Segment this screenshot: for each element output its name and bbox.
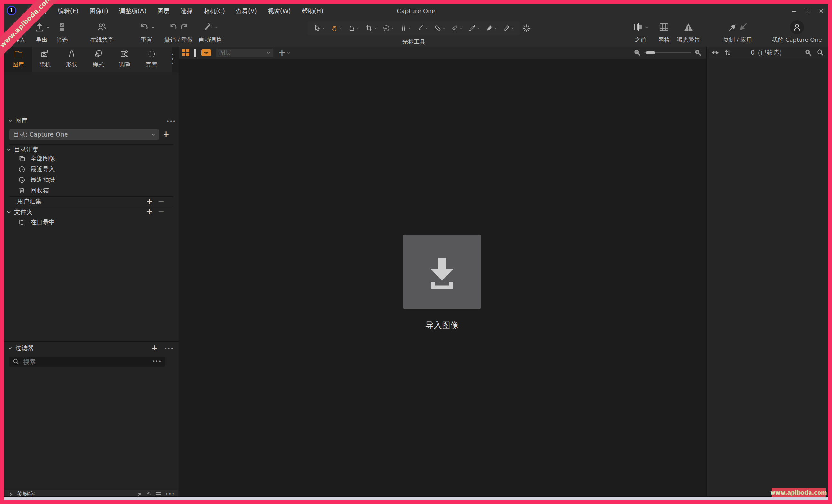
heal-tool[interactable] bbox=[434, 24, 445, 32]
menu-item-edit[interactable]: 编辑(E) bbox=[52, 4, 84, 18]
trash-icon bbox=[18, 186, 26, 195]
thumbnail-size-slider[interactable] bbox=[644, 52, 691, 53]
search-icon[interactable] bbox=[12, 358, 20, 365]
tab-shape[interactable]: 形状 bbox=[59, 49, 84, 69]
viewer-mode-icon[interactable] bbox=[194, 50, 196, 56]
catalog-collections-header[interactable]: 目录汇集 bbox=[7, 144, 38, 155]
remove-folder-button[interactable]: − bbox=[158, 209, 164, 215]
account-person-icon bbox=[790, 20, 804, 34]
exposure-warning-button[interactable]: 曝光警告 bbox=[666, 20, 711, 46]
draw-mask-tool[interactable] bbox=[485, 24, 497, 32]
add-filter-button[interactable]: + bbox=[151, 345, 158, 351]
loupe-tool[interactable] bbox=[348, 24, 359, 32]
hand-icon bbox=[331, 24, 339, 32]
menu-item-view[interactable]: 查看(V) bbox=[230, 4, 262, 18]
library-more-icon[interactable]: ••• bbox=[166, 119, 176, 125]
zoom-out-icon[interactable] bbox=[633, 49, 641, 56]
menu-item-adjustments[interactable]: 调整项(A) bbox=[114, 4, 152, 18]
layers-select[interactable]: 图层 bbox=[216, 49, 274, 57]
remove-user-collection-button[interactable]: − bbox=[158, 198, 164, 205]
eye-icon[interactable] bbox=[711, 50, 719, 56]
stacked-images-icon bbox=[18, 155, 26, 163]
proof-view-icon[interactable] bbox=[201, 50, 211, 56]
annotate-tool[interactable] bbox=[502, 24, 514, 32]
menu-item-camera[interactable]: 相机(C) bbox=[198, 4, 230, 18]
rotate-tool[interactable] bbox=[382, 24, 393, 32]
erase-tool[interactable] bbox=[451, 24, 462, 32]
speed-edit-tool[interactable] bbox=[522, 24, 531, 33]
filters-more-icon[interactable]: ••• bbox=[164, 346, 174, 352]
close-icon[interactable] bbox=[819, 9, 824, 13]
my-capture-one-button[interactable]: 我的 Capture One bbox=[768, 20, 826, 46]
add-layer-button[interactable]: + bbox=[279, 50, 290, 56]
shape-lines-icon bbox=[67, 49, 76, 59]
menu-item-layer[interactable]: 图层 bbox=[152, 4, 175, 18]
library-section-header[interactable]: 图库 bbox=[8, 116, 28, 125]
zoom-in-icon[interactable] bbox=[804, 49, 812, 56]
collection-recent-imports[interactable]: 最近导入 bbox=[18, 164, 55, 174]
folder-in-catalog[interactable]: 在目录中 bbox=[18, 217, 55, 227]
menu-item-window[interactable]: 视窗(W) bbox=[262, 4, 296, 18]
keystone-tool[interactable] bbox=[399, 24, 411, 32]
chevron-down-icon bbox=[340, 27, 342, 29]
chevron-down-icon bbox=[267, 51, 270, 54]
bottom-scrollbar[interactable] bbox=[4, 496, 828, 501]
tab-library[interactable]: 图库 bbox=[5, 49, 31, 69]
add-folder-button[interactable]: + bbox=[146, 209, 153, 215]
minimize-icon[interactable] bbox=[792, 9, 797, 13]
sort-icon[interactable] bbox=[724, 49, 731, 56]
menu-item-image[interactable]: 图像(I) bbox=[84, 4, 114, 18]
share-button[interactable]: 在线共享 bbox=[78, 20, 126, 46]
menu-item-select[interactable]: 选择 bbox=[175, 4, 198, 18]
select-tool[interactable] bbox=[314, 24, 325, 32]
chevron-down-icon bbox=[425, 27, 428, 29]
tab-more-icon[interactable]: ••• bbox=[170, 52, 175, 66]
folders-header[interactable]: 文件夹 bbox=[7, 207, 32, 217]
export-icon bbox=[34, 22, 45, 32]
slider-thumb[interactable] bbox=[646, 51, 655, 54]
restore-icon[interactable] bbox=[806, 9, 810, 13]
brush-icon bbox=[417, 24, 424, 32]
chevron-down-icon bbox=[7, 211, 11, 214]
undo-icon[interactable] bbox=[169, 23, 178, 32]
tab-styles[interactable]: 样式 bbox=[85, 49, 111, 69]
reset-icon[interactable] bbox=[146, 492, 152, 497]
keywords-panel-header[interactable]: 关键字 ••• bbox=[5, 490, 178, 496]
user-collections-header[interactable]: 用户汇集 bbox=[17, 197, 42, 206]
chevron-down-icon bbox=[215, 26, 218, 29]
add-user-collection-button[interactable]: + bbox=[146, 198, 153, 205]
menu-item-help[interactable]: 帮助(H) bbox=[296, 4, 329, 18]
chevron-down-icon bbox=[460, 27, 462, 29]
tab-refine[interactable]: 完善 bbox=[139, 49, 164, 69]
search-icon[interactable] bbox=[816, 49, 824, 56]
search-input[interactable] bbox=[23, 358, 149, 366]
apply-arrow-icon bbox=[738, 23, 748, 32]
auto-adjust-button[interactable]: 自动调整 bbox=[191, 20, 229, 46]
search-more-icon[interactable]: ••• bbox=[152, 359, 162, 365]
pick-color-tool[interactable] bbox=[468, 24, 479, 32]
crop-tool[interactable] bbox=[365, 24, 376, 32]
collection-all-images[interactable]: 全部图像 bbox=[18, 154, 55, 163]
copy-apply-button[interactable]: 复制 / 应用 bbox=[712, 20, 763, 46]
tab-tether[interactable]: 联机 bbox=[32, 49, 58, 69]
add-catalog-button[interactable]: + bbox=[163, 131, 169, 137]
sliders-icon bbox=[120, 49, 130, 59]
catalog-select[interactable]: 目录: Capture One bbox=[9, 129, 159, 140]
pan-tool-active[interactable] bbox=[331, 24, 342, 32]
filters-section-header[interactable]: 过滤器 bbox=[8, 343, 34, 353]
collection-trash[interactable]: 回收箱 bbox=[18, 186, 49, 195]
cull-button[interactable]: 筛选 bbox=[48, 20, 76, 46]
grid-view-icon[interactable] bbox=[182, 50, 189, 56]
import-images-button[interactable] bbox=[404, 235, 480, 309]
more-icon[interactable]: ••• bbox=[165, 492, 175, 497]
collection-recent-captures[interactable]: 最近拍摄 bbox=[18, 175, 55, 185]
redo-icon[interactable] bbox=[180, 23, 188, 32]
zoom-in-icon[interactable] bbox=[694, 49, 702, 56]
brush-tool[interactable] bbox=[417, 24, 428, 32]
copy-arrow-icon[interactable] bbox=[136, 492, 142, 497]
tab-adjust[interactable]: 调整 bbox=[112, 49, 138, 69]
window-controls bbox=[792, 4, 824, 18]
chevron-down-icon bbox=[7, 149, 11, 151]
chevron-down-icon bbox=[287, 52, 290, 54]
presets-menu-icon[interactable] bbox=[155, 492, 161, 497]
